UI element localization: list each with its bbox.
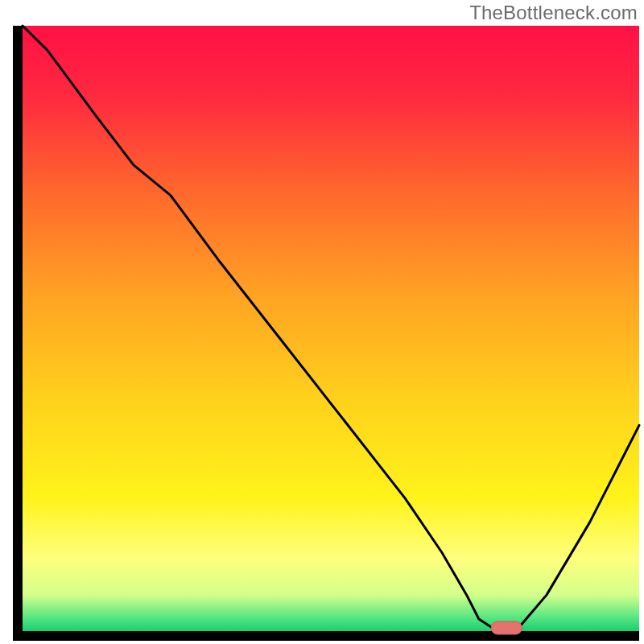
y-axis	[13, 26, 23, 641]
watermark-label: TheBottleneck.com	[469, 2, 638, 24]
x-axis	[13, 631, 639, 641]
optimal-marker	[491, 621, 522, 634]
chart-svg	[0, 0, 644, 644]
bottleneck-chart: TheBottleneck.com	[0, 0, 644, 644]
plot-background	[23, 26, 639, 631]
